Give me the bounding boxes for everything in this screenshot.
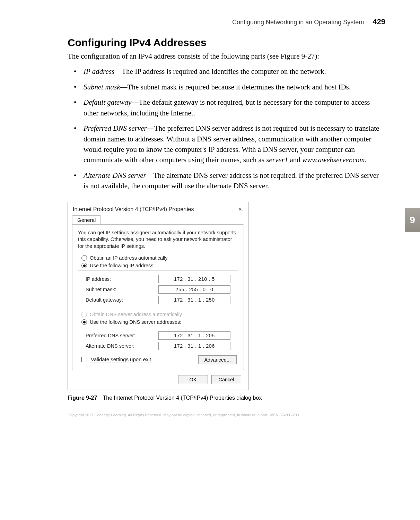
list-item: IP address—The IP address is required an… xyxy=(68,66,385,77)
default-gateway-input[interactable]: 172 . 31 . 1 . 250 xyxy=(158,296,230,304)
preferred-dns-input[interactable]: 172 . 31 . 1 . 205 xyxy=(158,331,230,340)
ip-address-label: IP address: xyxy=(86,276,158,282)
radio-icon xyxy=(81,263,87,268)
list-item: Preferred DNS server—The preferred DNS s… xyxy=(68,123,385,165)
radio-label: Obtain DNS server address automatically xyxy=(90,312,182,317)
radio-obtain-dns-auto: Obtain DNS server address automatically xyxy=(81,312,238,317)
validate-checkbox[interactable] xyxy=(81,357,87,362)
figure-label: Figure 9-27 xyxy=(68,395,97,401)
dns-fieldset: Preferred DNS server: 172 . 31 . 1 . 205… xyxy=(78,327,238,350)
tab-panel-general: You can get IP settings assigned automat… xyxy=(72,224,244,371)
chapter-tab: 9 xyxy=(405,208,420,232)
section-lead: The configuration of an IPv4 address con… xyxy=(68,51,385,61)
chapter-number: 9 xyxy=(410,215,415,226)
list-item: Alternate DNS server—The alternate DNS s… xyxy=(68,170,385,191)
ip-fieldset: IP address: 172 . 31 . 210 . 5 Subnet ma… xyxy=(78,270,238,304)
list-item: Subnet mask—The subnet mask is required … xyxy=(68,82,385,92)
radio-label: Obtain an IP address automatically xyxy=(90,255,168,261)
bullet-list: IP address—The IP address is required an… xyxy=(68,66,385,191)
figure-text: The Internet Protocol Version 4 (TCP/IPv… xyxy=(103,395,262,401)
cancel-button[interactable]: Cancel xyxy=(211,375,241,384)
radio-icon xyxy=(81,312,87,317)
tcpip-properties-dialog: Internet Protocol Version 4 (TCP/IPv4) P… xyxy=(68,202,248,390)
list-item: Default gateway—The default gateway is n… xyxy=(68,97,385,118)
radio-icon xyxy=(81,255,87,261)
header-text: Configuring Networking in an Operating S… xyxy=(232,19,364,26)
radio-icon xyxy=(81,319,87,325)
radio-use-dns[interactable]: Use the following DNS server addresses: xyxy=(81,319,238,325)
subnet-mask-label: Subnet mask: xyxy=(86,287,158,292)
validate-label: Validate settings upon exit xyxy=(90,356,152,363)
advanced-button[interactable]: Advanced... xyxy=(198,355,237,364)
dialog-titlebar: Internet Protocol Version 4 (TCP/IPv4) P… xyxy=(68,202,248,215)
close-icon[interactable]: × xyxy=(237,206,243,213)
alternate-dns-input[interactable]: 172 . 31 . 1 . 206 xyxy=(158,342,230,350)
tab-general[interactable]: General xyxy=(72,215,101,224)
ok-button[interactable]: OK xyxy=(178,375,208,384)
preferred-dns-label: Preferred DNS server: xyxy=(86,333,158,338)
alternate-dns-label: Alternate DNS server: xyxy=(86,343,158,349)
radio-label: Use the following IP address: xyxy=(90,263,155,268)
running-header: Configuring Networking in an Operating S… xyxy=(35,17,385,26)
section-title: Configuring IPv4 Addresses xyxy=(68,37,385,49)
radio-use-ip[interactable]: Use the following IP address: xyxy=(81,263,238,268)
radio-label: Use the following DNS server addresses: xyxy=(90,319,181,325)
page-number: 429 xyxy=(373,17,385,26)
subnet-mask-input[interactable]: 255 . 255 . 0 . 0 xyxy=(158,285,230,294)
dialog-footer: OK Cancel xyxy=(68,370,248,385)
dialog-description: You can get IP settings assigned automat… xyxy=(78,229,238,250)
figure-caption: Figure 9-27 The Internet Protocol Versio… xyxy=(68,395,385,401)
radio-obtain-ip-auto[interactable]: Obtain an IP address automatically xyxy=(81,255,238,261)
ip-address-input[interactable]: 172 . 31 . 210 . 5 xyxy=(158,275,230,283)
default-gateway-label: Default gateway: xyxy=(86,297,158,303)
copyright-line: Copyright 2017 Cengage Learning. All Rig… xyxy=(68,413,385,417)
dialog-title: Internet Protocol Version 4 (TCP/IPv4) P… xyxy=(73,206,194,213)
tabstrip: General xyxy=(68,215,248,224)
